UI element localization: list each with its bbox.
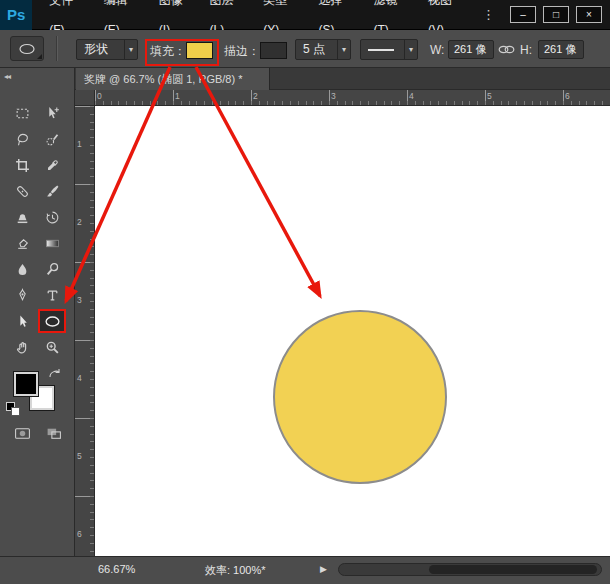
lasso-tool[interactable] [8,127,36,151]
scrollbar-thumb[interactable] [429,565,597,574]
eraser-tool[interactable] [8,231,36,255]
ruler-number: 2 [253,91,258,101]
preset-corner-icon [37,54,42,59]
vertical-ruler: 1 2 3 4 5 6 [75,106,95,556]
horizontal-ruler: 0 1 2 3 4 5 6 [95,90,610,106]
screen-mode-button[interactable] [40,422,68,444]
type-tool[interactable] [38,283,66,307]
fill-color-swatch[interactable] [186,42,213,59]
move-tool[interactable] [38,101,66,125]
eyedropper-icon [45,158,60,173]
hand-icon [15,340,30,355]
tool-mode-value: 形状 [84,41,108,58]
crop-tool[interactable] [8,153,36,177]
stroke-color-swatch[interactable] [260,42,287,59]
tool-mode-select[interactable]: 形状 ▾ [76,39,138,60]
stroke-type-select[interactable]: ▾ [360,39,418,60]
photoshop-logo: Ps [0,0,32,30]
default-background-icon [11,407,20,416]
chevron-down-icon: ▾ [404,40,417,59]
document-tab[interactable]: 奖牌 @ 66.7% (椭圆 1, RGB/8) * [76,68,270,90]
height-label: H: [520,43,532,57]
tool-preset-button[interactable] [10,36,44,61]
bandage-icon [15,184,30,199]
marquee-icon [15,106,30,121]
document-canvas[interactable] [95,106,610,556]
ruler-number: 4 [77,373,82,383]
document-tab-title: 奖牌 @ 66.7% (椭圆 1, RGB/8) * [84,72,243,87]
ruler-origin-corner[interactable] [75,90,95,106]
chevron-down-icon: ▾ [124,40,137,59]
default-colors-icon[interactable] [6,402,20,416]
rectangular-marquee-tool[interactable] [8,101,36,125]
minimize-button[interactable]: – [510,6,536,23]
move-icon [45,106,60,121]
height-input[interactable]: 261 像 [538,40,584,59]
ruler-number: 3 [331,91,336,101]
collapse-panel-icon[interactable]: ◂◂ [4,72,10,81]
brush-tool[interactable] [38,179,66,203]
quick-mask-icon [14,426,31,441]
stroke-label: 描边： [224,43,260,60]
swap-colors-icon[interactable] [48,368,62,380]
horizontal-scrollbar[interactable] [338,563,602,576]
magnifier-icon [45,340,60,355]
foreground-color-swatch[interactable] [14,372,38,396]
efficiency-indicator: 效率: 100%* [205,563,266,578]
quick-selection-tool[interactable] [38,127,66,151]
blur-tool[interactable] [8,257,36,281]
gradient-tool[interactable] [38,231,66,255]
type-icon [45,288,60,303]
stamp-icon [15,210,30,225]
lasso-icon [15,132,30,147]
options-divider [56,36,58,61]
stroke-width-select[interactable]: 5 点 ▾ [295,39,351,60]
ruler-number: 5 [77,451,82,461]
brush-icon [45,184,60,199]
history-brush-icon [45,210,60,225]
menu-overflow-icon[interactable]: ⋮ [474,7,503,22]
path-selection-tool[interactable] [8,309,36,333]
zoom-tool[interactable] [38,335,66,359]
tools-grid [7,100,67,360]
toolbar-header: ◂◂ [0,68,75,90]
window-controls: – □ × [503,6,610,23]
eyedropper-tool[interactable] [38,153,66,177]
droplet-icon [15,262,30,277]
tools-panel [0,90,75,556]
fill-label: 填充： [150,43,186,60]
pen-tool[interactable] [8,283,36,307]
title-bar: Ps 文件(F) 编辑(E) 图像(I) 图层(L) 类型(Y) 选择(S) 滤… [0,0,610,30]
healing-brush-tool[interactable] [8,179,36,203]
ellipse-preset-icon [18,42,36,56]
ruler-number: 3 [77,295,82,305]
options-bar: 形状 ▾ 填充： 描边： 5 点 ▾ ▾ W: 261 像 H: 261 像 [0,30,610,68]
width-label: W: [430,43,444,57]
hand-tool[interactable] [8,335,36,359]
dodge-icon [45,262,60,277]
ruler-number: 0 [97,91,102,101]
quick-selection-icon [45,132,60,147]
ruler-number: 4 [409,91,414,101]
ruler-number: 6 [77,529,82,539]
ruler-number: 1 [175,91,180,101]
selection-arrow-icon [15,314,30,329]
ruler-number: 2 [77,217,82,227]
ellipse-tool[interactable] [38,309,66,333]
history-brush-tool[interactable] [38,205,66,229]
screen-mode-icon [46,426,62,441]
tab-bar: ◂◂ 奖牌 @ 66.7% (椭圆 1, RGB/8) * [0,68,610,90]
maximize-button[interactable]: □ [543,6,569,23]
clone-stamp-tool[interactable] [8,205,36,229]
zoom-level-field[interactable]: 66.67% [98,563,135,575]
width-input[interactable]: 261 像 [448,40,494,59]
link-dimensions-icon[interactable] [498,42,515,60]
ruler-number: 5 [487,91,492,101]
ellipse-icon [44,314,61,329]
quick-mask-button[interactable] [8,422,36,444]
yellow-ellipse-shape[interactable] [273,310,447,484]
dodge-tool[interactable] [38,257,66,281]
status-menu-arrow-icon[interactable]: ▶ [320,564,327,574]
crop-icon [15,158,30,173]
close-button[interactable]: × [576,6,602,23]
